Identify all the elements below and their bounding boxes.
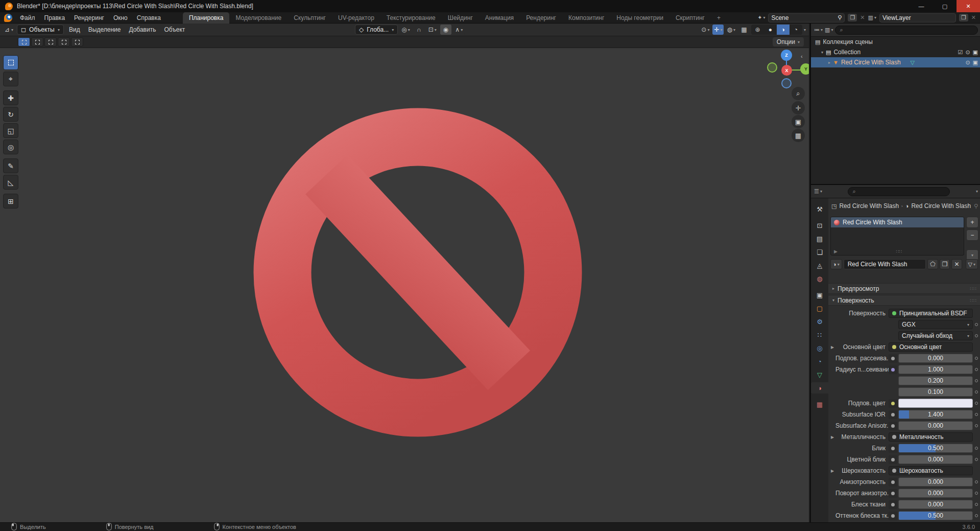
- material-slot-list[interactable]: Red Circle With Slash ▶ ∷∷: [830, 217, 964, 256]
- outliner-row-collection[interactable]: ▾ ▤ Collection ☑ ⊙ ▣: [811, 47, 980, 57]
- maximize-button[interactable]: ▢: [933, 0, 957, 12]
- workspace-tab[interactable]: UV-редактор: [332, 12, 380, 24]
- unlink-material-button[interactable]: ✕: [951, 259, 962, 269]
- workspace-tab[interactable]: Ноды геометрии: [610, 12, 670, 24]
- minimize-button[interactable]: —: [910, 0, 933, 12]
- measure-tool-button[interactable]: ◺: [3, 175, 18, 190]
- workspace-tab[interactable]: Композитинг: [562, 12, 610, 24]
- input-socket-button[interactable]: [889, 512, 897, 520]
- menu-item[interactable]: Справка: [132, 13, 165, 23]
- gizmos-toggle[interactable]: ✛▾: [712, 25, 724, 35]
- shading-dropdown[interactable]: ▾: [804, 28, 806, 32]
- move-tool-button[interactable]: ✚: [3, 90, 18, 105]
- slider-widget[interactable]: 0.000: [898, 489, 973, 498]
- animate-decorator[interactable]: [973, 323, 980, 326]
- red-circle-with-slash-object[interactable]: [0, 48, 809, 522]
- properties-tab-modifiers[interactable]: ⚙: [811, 316, 828, 327]
- material-browse-dropdown[interactable]: ◑▾: [830, 259, 842, 269]
- transform-tool-button[interactable]: ◎: [3, 140, 18, 154]
- material-name-field[interactable]: Red Circle With Slash: [844, 259, 926, 269]
- dropdown-widget[interactable]: GGX▾: [898, 320, 973, 329]
- mode-dropdown[interactable]: ◻ Объекты ▾: [17, 25, 64, 35]
- menu-widget[interactable]: Принципиальный BSDF: [889, 309, 973, 318]
- viewport-menu-item[interactable]: Выделение: [84, 25, 125, 35]
- workspace-tab[interactable]: Скриптинг: [670, 12, 711, 24]
- outliner-filter[interactable]: ▥▾: [825, 27, 833, 33]
- pin-icon[interactable]: ⚲: [838, 15, 842, 20]
- shading-wireframe-button[interactable]: ⊕: [751, 25, 764, 35]
- shading-rendered-button[interactable]: ◔: [790, 25, 802, 35]
- zoom-button[interactable]: ⌕: [792, 87, 805, 100]
- checkbox-checked-icon[interactable]: ☑: [958, 50, 963, 55]
- select-box-tool-button[interactable]: [3, 55, 18, 70]
- link-node-dropdown[interactable]: ▽▾: [966, 259, 978, 269]
- animate-decorator[interactable]: [973, 402, 980, 405]
- menu-widget[interactable]: Основной цвет: [889, 342, 973, 352]
- options-dropdown[interactable]: Опции ▾: [773, 37, 804, 47]
- expand-icon[interactable]: ▶: [829, 345, 835, 350]
- add-slot-button[interactable]: +: [966, 217, 978, 228]
- sidebar-collapse-arrow[interactable]: ‹: [801, 53, 803, 59]
- viewport-canvas[interactable]: ⌖✚↻◱◎✎◺⊞ Z Y X ⌕ ✛ ▣ ▦ ‹: [0, 48, 809, 522]
- animate-decorator[interactable]: [973, 447, 980, 450]
- properties-tab-scene[interactable]: ◬: [811, 260, 828, 271]
- transform-orientation-dropdown[interactable]: ◇ Глоба... ▾: [355, 25, 398, 35]
- properties-tab-tool[interactable]: ⚒: [811, 203, 828, 215]
- number-widget[interactable]: 0.200: [898, 376, 973, 385]
- preview-panel-header[interactable]: ▸ Предпросмотр ∷∷: [828, 283, 980, 294]
- workspace-tab[interactable]: Скульптинг: [288, 12, 332, 24]
- copy-icon[interactable]: ❐: [848, 14, 857, 21]
- axis-z-ball[interactable]: Z: [781, 50, 792, 61]
- menu-widget[interactable]: Металличность: [889, 432, 973, 442]
- pan-button[interactable]: ✛: [792, 101, 805, 114]
- properties-tab-physics[interactable]: ◎: [811, 342, 828, 354]
- animate-decorator[interactable]: [973, 379, 980, 382]
- animate-decorator[interactable]: [973, 368, 980, 371]
- axis-z-negative-ball[interactable]: [781, 78, 792, 88]
- axis-x-ball[interactable]: X: [781, 65, 792, 76]
- expand-icon[interactable]: ▸: [828, 60, 830, 65]
- properties-options-dropdown[interactable]: ▾: [976, 189, 978, 194]
- expand-icon[interactable]: ▶: [829, 435, 835, 440]
- input-socket-button[interactable]: [889, 365, 897, 374]
- close-button[interactable]: ✕: [957, 0, 980, 12]
- material-slot-row[interactable]: Red Circle With Slash: [831, 217, 964, 227]
- viewport-menu-item[interactable]: Вид: [65, 25, 84, 35]
- menu-item[interactable]: Рендеринг: [69, 13, 109, 23]
- axis-y-ball[interactable]: Y: [800, 63, 809, 75]
- animate-decorator[interactable]: [973, 503, 980, 506]
- editor-type-button[interactable]: ⊿▾: [2, 25, 16, 34]
- menu-item[interactable]: Окно: [109, 13, 132, 23]
- properties-tab-particles[interactable]: ∷: [811, 329, 828, 340]
- 3d-viewport[interactable]: ⊿▾ ◻ Объекты ▾ ВидВыделениеДобавитьОбъек…: [0, 24, 809, 522]
- overlays-toggle[interactable]: ◍▾: [725, 25, 737, 35]
- input-socket-button[interactable]: [889, 410, 897, 419]
- select-extend-button[interactable]: [31, 37, 43, 47]
- animate-decorator[interactable]: [973, 514, 980, 517]
- properties-tab-output[interactable]: ▤: [811, 233, 828, 244]
- properties-editor-type[interactable]: ☰▾: [814, 189, 822, 194]
- add-workspace-button[interactable]: +: [711, 12, 727, 24]
- select-invert-button[interactable]: [58, 37, 70, 47]
- animate-decorator[interactable]: [973, 480, 980, 483]
- slider-widget[interactable]: 0.000: [898, 477, 973, 487]
- slider-widget[interactable]: 1.400: [898, 410, 973, 419]
- visibility-dropdown[interactable]: ⊙▾: [700, 25, 711, 35]
- camera-view-button[interactable]: ▣: [792, 115, 805, 128]
- input-socket-button[interactable]: [889, 444, 897, 453]
- view-layer-selector-icon[interactable]: ▥▾: [868, 15, 876, 20]
- menu-item[interactable]: Файл: [15, 13, 40, 23]
- copy-icon[interactable]: ❐: [959, 14, 968, 21]
- rotate-tool-button[interactable]: ↻: [3, 107, 18, 122]
- drag-handle-icon[interactable]: ∷∷: [896, 249, 902, 254]
- remove-slot-button[interactable]: −: [966, 229, 978, 241]
- input-socket-button[interactable]: [889, 500, 897, 509]
- scene-selector-icon[interactable]: ✦▾: [757, 15, 765, 20]
- number-widget[interactable]: 1.000: [898, 365, 973, 374]
- slider-widget[interactable]: 0.000: [898, 354, 973, 363]
- animate-decorator[interactable]: [973, 357, 980, 360]
- outliner-row-scene-collection[interactable]: ▤ Коллекция сцены: [811, 37, 980, 47]
- animate-decorator[interactable]: [973, 458, 980, 461]
- properties-search-input[interactable]: ⌕: [848, 187, 950, 196]
- viewport-menu-item[interactable]: Объект: [160, 25, 189, 35]
